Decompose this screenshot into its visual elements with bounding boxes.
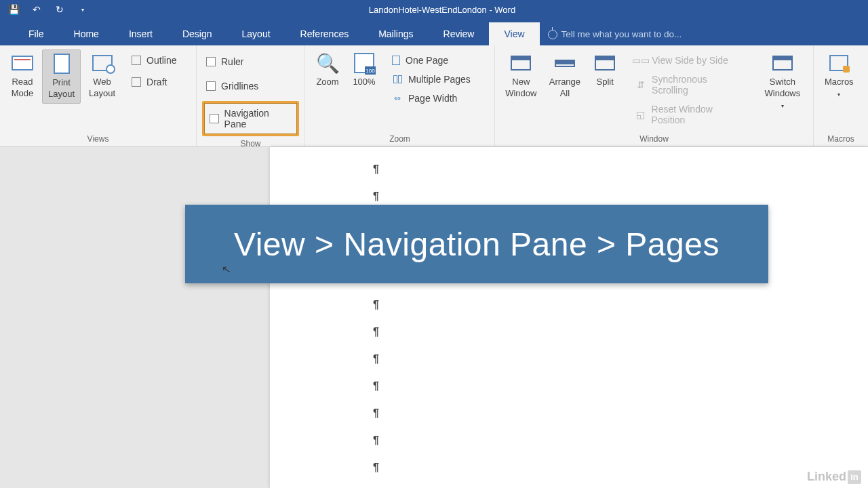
switch-windows-button[interactable]: Switch Windows ▾ [757, 49, 808, 114]
print-layout-icon [54, 54, 70, 74]
pilcrow-icon: ¶ [373, 326, 379, 338]
undo-icon[interactable]: ↶ [31, 4, 42, 15]
group-views: Read Mode Print Layout Web Layout Outlin… [0, 45, 197, 146]
arrange-all-icon [555, 60, 575, 67]
group-show: Ruler Gridlines Navigation Pane Show [197, 45, 305, 146]
tell-me-placeholder: Tell me what you want to do... [561, 29, 682, 39]
pilcrow-icon: ¶ [373, 434, 379, 447]
pilcrow-icon: ¶ [373, 407, 379, 420]
pilcrow-icon: ¶ [373, 462, 379, 474]
tab-mailings[interactable]: Mailings [363, 22, 428, 45]
macros-icon [829, 55, 848, 71]
new-window-icon [511, 56, 531, 70]
zoom-icon: 🔍 [317, 52, 338, 74]
reset-position-icon: ◱ [635, 109, 646, 120]
document-page[interactable]: ¶ ¶ ¶ ¶ ¶ ¶ ¶ ¶ ¶ ¶ ¶ ¶ [270, 147, 868, 488]
draft-button[interactable]: Draft [127, 74, 180, 90]
tab-file[interactable]: File [14, 22, 59, 45]
pilcrow-icon: ¶ [373, 299, 379, 311]
pilcrow-icon: ¶ [373, 380, 379, 392]
linkedin-watermark: Linked in [807, 470, 861, 484]
tab-view[interactable]: View [489, 22, 539, 45]
group-window: New Window Arrange All Split ▭▭ View Sid… [495, 45, 814, 146]
redo-icon[interactable]: ↻ [54, 4, 65, 15]
group-label-zoom: Zoom [311, 131, 489, 145]
split-icon [595, 56, 615, 70]
one-page-button[interactable]: One Page [388, 52, 475, 68]
linkedin-in-icon: in [848, 470, 861, 484]
chevron-down-icon: ▾ [837, 92, 840, 98]
banner-text: View > Navigation Pane > Pages [234, 226, 719, 263]
ribbon: Read Mode Print Layout Web Layout Outlin… [0, 45, 868, 147]
checkbox-icon [210, 114, 219, 123]
side-by-side-icon: ▭▭ [635, 55, 646, 66]
group-macros: Macros▾ Macros [814, 45, 868, 146]
checkbox-icon [206, 57, 216, 66]
pilcrow-icon: ¶ [373, 353, 379, 365]
pilcrow-icon: ¶ [373, 190, 379, 203]
tab-references[interactable]: References [285, 22, 364, 45]
linkedin-text: Linked [807, 470, 846, 484]
synchronous-scrolling-button[interactable]: ⇵ Synchronous Scrolling [631, 71, 749, 98]
hundred-percent-button[interactable]: 100 100% [347, 49, 381, 91]
new-window-button[interactable]: New Window [500, 49, 542, 102]
group-label-macros: Macros [819, 131, 863, 145]
group-label-window: Window [500, 131, 808, 145]
view-side-by-side-button[interactable]: ▭▭ View Side by Side [631, 52, 749, 68]
zoom-button[interactable]: 🔍 Zoom [311, 49, 344, 91]
split-button[interactable]: Split [588, 49, 622, 91]
web-layout-button[interactable]: Web Layout [83, 49, 121, 102]
gridlines-checkbox[interactable]: Gridlines [202, 77, 299, 96]
group-label-views: Views [5, 131, 191, 145]
print-layout-button[interactable]: Print Layout [42, 49, 81, 104]
navigation-pane-highlight: Navigation Pane [202, 101, 299, 136]
macros-button[interactable]: Macros▾ [819, 49, 859, 102]
draft-icon [132, 77, 141, 87]
lightbulb-icon [548, 30, 557, 39]
qat-dropdown-icon[interactable]: ▾ [77, 4, 88, 15]
multiple-pages-button[interactable]: Multiple Pages [388, 71, 475, 87]
outline-icon [132, 56, 141, 65]
sync-scroll-icon: ⇵ [635, 79, 646, 90]
multiple-pages-icon [392, 74, 403, 85]
document-title: LandonHotel-WestEndLondon - Word [88, 5, 796, 15]
tab-insert[interactable]: Insert [114, 22, 167, 45]
save-icon[interactable]: 💾 [8, 4, 19, 15]
tab-review[interactable]: Review [429, 22, 490, 45]
navigation-pane-checkbox[interactable]: Navigation Pane [204, 103, 297, 134]
ruler-checkbox[interactable]: Ruler [202, 52, 299, 71]
ribbon-tabs: File Home Insert Design Layout Reference… [0, 19, 868, 45]
outline-button[interactable]: Outline [127, 52, 180, 68]
tutorial-banner: View > Navigation Pane > Pages [185, 205, 768, 283]
chevron-down-icon: ▾ [781, 103, 784, 109]
document-area: ¶ ¶ ¶ ¶ ¶ ¶ ¶ ¶ ¶ ¶ ¶ ¶ [0, 147, 868, 488]
group-zoom: 🔍 Zoom 100 100% One Page Multiple Pages … [305, 45, 495, 146]
checkbox-icon [206, 81, 216, 91]
tab-layout[interactable]: Layout [227, 22, 285, 45]
arrange-all-button[interactable]: Arrange All [545, 49, 586, 102]
hundred-icon: 100 [354, 53, 374, 73]
reset-window-position-button[interactable]: ◱ Reset Window Position [631, 101, 749, 128]
page-width-icon: ⇔ [392, 93, 403, 104]
web-layout-icon [92, 55, 113, 71]
tell-me-search[interactable]: Tell me what you want to do... [540, 23, 690, 45]
one-page-icon [392, 56, 400, 65]
title-bar: 💾 ↶ ↻ ▾ LandonHotel-WestEndLondon - Word [0, 0, 868, 19]
tab-home[interactable]: Home [59, 22, 114, 45]
pilcrow-icon: ¶ [373, 163, 379, 176]
switch-windows-icon [772, 56, 793, 70]
tab-design[interactable]: Design [167, 22, 227, 45]
page-width-button[interactable]: ⇔ Page Width [388, 90, 475, 106]
read-mode-icon [12, 56, 33, 70]
read-mode-button[interactable]: Read Mode [5, 49, 39, 102]
quick-access-toolbar: 💾 ↶ ↻ ▾ [4, 4, 88, 15]
